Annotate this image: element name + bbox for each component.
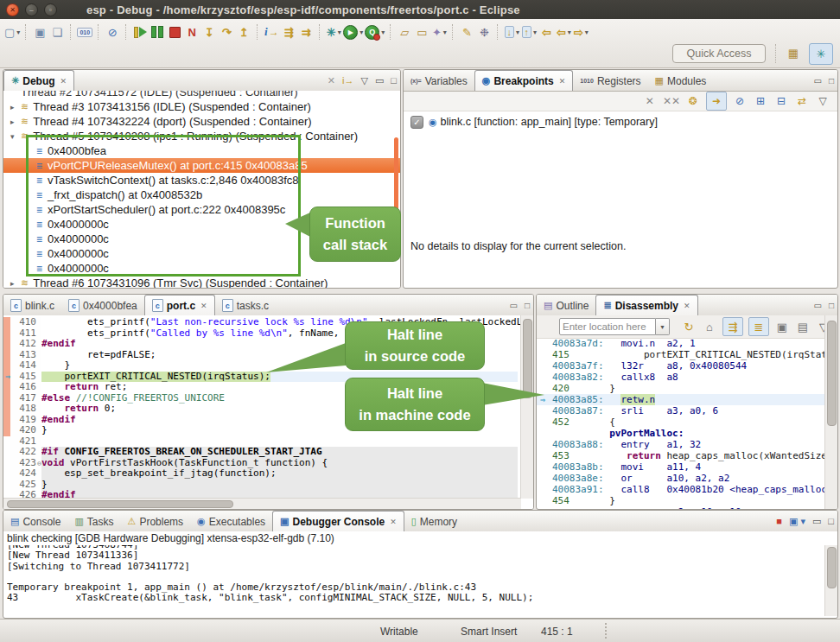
quick-access-button[interactable]: Quick Access (672, 44, 766, 63)
remove-all-breakpoints-button[interactable]: ✕✕ (663, 92, 680, 110)
disassembly-line[interactable]: 40083a8b: movi a11, 4 (537, 461, 825, 473)
line-number[interactable]: 424 (10, 468, 41, 480)
disassembly-vscroll-thumb[interactable] (827, 321, 837, 426)
stack-frame-row[interactable]: ≡vTaskSwitchContext() at tasks.c:2,846 0… (3, 173, 400, 188)
tab-tasks-c[interactable]: ctasks.c (215, 296, 276, 315)
minimize-icon[interactable]: ▭ (812, 516, 821, 527)
location-input[interactable]: Enter location here (559, 318, 656, 335)
editor-line[interactable]: 424 esp_set_breakpoint_if_jtag(function)… (3, 468, 533, 480)
close-icon[interactable]: ✕ (60, 77, 67, 86)
line-number[interactable]: 410 (10, 317, 41, 328)
terminate-console-button[interactable]: ■ (776, 516, 782, 526)
debug-button[interactable]: ✳▾ (326, 23, 341, 41)
editor-hscroll-thumb[interactable] (7, 500, 233, 508)
editor-vscrollbar[interactable] (520, 315, 533, 499)
skip-all-breakpoints-button[interactable]: ⊘ (105, 23, 120, 41)
tab-port-c[interactable]: cport.c✕ (144, 295, 215, 315)
last-edit-location-button[interactable]: ⇦ (538, 23, 554, 41)
minimize-icon[interactable]: ▭ (814, 301, 822, 310)
line-number[interactable]: 420 (10, 425, 41, 436)
disassembly-line[interactable]: 40083a88: entry a1, 32 (537, 439, 825, 450)
instruction-stepping-button[interactable]: ⇶ (281, 23, 296, 41)
disassembly-line[interactable]: 40083a8e: or a10, a2, a2 (537, 473, 825, 484)
maximize-icon[interactable]: □ (829, 76, 834, 86)
search-button[interactable]: ❉ (476, 23, 492, 41)
tab-debug[interactable]: ✳ Debug ✕ (3, 70, 74, 91)
thread-row[interactable]: ▸≋Thread #4 1073432224 (dport) (Suspende… (3, 114, 400, 129)
refresh-view-icon[interactable]: ↻ (681, 318, 697, 335)
run-button[interactable]: ▶▾ (343, 23, 363, 41)
remove-all-terminated-button[interactable]: ✕ (328, 75, 335, 86)
step-into-button[interactable]: ↧ (201, 23, 217, 41)
save-all-button[interactable]: ❏ (49, 23, 65, 41)
line-number[interactable]: 422 (10, 447, 41, 458)
stack-frame-row[interactable]: ≡0x4000000c (3, 261, 400, 276)
disassembly-listing[interactable]: 40083a7d: movi.n a2, 1415 portEXIT_CRITI… (537, 338, 825, 509)
console-vscroll-thumb[interactable] (827, 547, 837, 588)
disconnect-button[interactable]: N (184, 23, 200, 41)
disassembly-line[interactable]: 453 return heap_caps_malloc(xWantedSize (537, 450, 825, 461)
tree-expand-icon[interactable]: ▸ (10, 103, 21, 111)
editor-line[interactable]: 422#if CONFIG_FREERTOS_BREAK_ON_SCHEDULE… (3, 447, 533, 458)
line-number[interactable]: 418 (10, 404, 41, 415)
view-menu-icon[interactable]: ▽ (360, 75, 367, 86)
forward-button[interactable]: ⇨▾ (573, 23, 589, 41)
disassembly-line[interactable]: 40083a7d: movi.n a2, 1 (537, 338, 825, 349)
new-wizard-button[interactable]: ▢▾ (4, 23, 20, 41)
show-source-icon[interactable]: ≣ (748, 317, 769, 336)
disassembly-line[interactable]: 40083a87: srli a3, a0, 6 (537, 405, 825, 416)
open-new-view-icon[interactable]: ▣ (774, 318, 790, 335)
home-icon[interactable]: ⌂ (702, 318, 717, 335)
tab-blink-c[interactable]: cblink.c (3, 296, 61, 315)
tab-modules[interactable]: ▦Modules (648, 71, 714, 91)
step-over-button[interactable]: ↷ (219, 23, 234, 41)
expand-all-button[interactable]: ⊞ (753, 92, 768, 110)
new-project-button[interactable]: ▱ (397, 23, 412, 41)
maximize-icon[interactable]: □ (828, 516, 834, 526)
next-annotation-button[interactable]: ↓▾ (504, 23, 519, 41)
line-number[interactable]: 416 (10, 382, 41, 393)
maximize-icon[interactable]: □ (391, 75, 397, 86)
location-dropdown-icon[interactable]: ▼ (656, 318, 670, 335)
tree-expand-icon[interactable]: ▸ (10, 279, 21, 288)
maximize-icon[interactable]: □ (829, 301, 834, 310)
disassembly-line[interactable]: 40083a85: retw.n⇒ (537, 394, 825, 405)
tree-expand-icon[interactable]: ▸ (10, 118, 21, 126)
tab-debugger-console[interactable]: ▣Debugger Console✕ (272, 511, 404, 531)
thread-row[interactable]: ▸≋Thread #6 1073431096 (Tmr Svc) (Suspen… (3, 276, 400, 288)
line-number[interactable]: 412 (10, 339, 41, 350)
sync-with-context-icon[interactable]: ⇶ (722, 317, 743, 336)
editor-line[interactable]: 425} (3, 480, 533, 491)
disassembly-line[interactable]: 454 } (537, 495, 825, 506)
disassembly-line[interactable]: or a2, a10, a10 (537, 506, 825, 509)
close-icon[interactable]: ✕ (390, 518, 397, 526)
group-by-button[interactable]: ⇄ (794, 92, 810, 110)
instruction-step-mode-button[interactable]: ⇉ (298, 23, 314, 41)
window-maximize-icon[interactable]: ▫ (44, 3, 57, 16)
tab-breakpoints[interactable]: ◉Breakpoints✕ (474, 70, 574, 91)
tab-executables[interactable]: ◉Executables (190, 512, 272, 531)
thread-row[interactable]: ▾≋Thread #5 1073410208 (ipc1 : Running) … (3, 129, 400, 143)
disassembly-line[interactable]: 415 portEXIT_CRITICAL_NESTED(irqStatus) (537, 349, 825, 360)
close-icon[interactable]: ✕ (684, 302, 690, 310)
skip-all-breakpoints-button[interactable]: ⊘ (732, 92, 748, 110)
tab-registers[interactable]: 1010Registers (573, 71, 647, 91)
pin-view-icon[interactable]: ▤ (795, 318, 811, 335)
resume-button[interactable] (132, 23, 148, 41)
tab-outline[interactable]: ▤Outline (537, 296, 595, 315)
thread-row[interactable]: ▸≋Thread #3 1073413156 (IDLE) (Suspended… (3, 99, 400, 114)
link-with-debug-button[interactable]: ➜ (706, 92, 727, 111)
tab-memory[interactable]: ▯Memory (404, 512, 464, 531)
terminate-button[interactable] (167, 23, 182, 41)
window-close-icon[interactable]: ✕ (6, 3, 19, 16)
editor-vscroll-thumb[interactable] (523, 319, 532, 398)
back-button[interactable]: ⇦▾ (556, 23, 571, 41)
show-debug-context-icon[interactable]: i→ (342, 75, 353, 86)
collapse-all-button[interactable]: ⊟ (773, 92, 789, 110)
show-breakpoints-supported-button[interactable]: ❂ (685, 92, 701, 110)
tree-expand-icon[interactable]: ▾ (10, 132, 21, 141)
minimize-icon[interactable]: ▭ (510, 301, 518, 310)
disassembly-line[interactable]: 40083a82: callx8 a8 (537, 372, 825, 383)
disassembly-line[interactable]: 40083a7f: l32r a8, 0x40080544 (537, 360, 825, 372)
console-vscrollbar[interactable] (824, 545, 837, 616)
